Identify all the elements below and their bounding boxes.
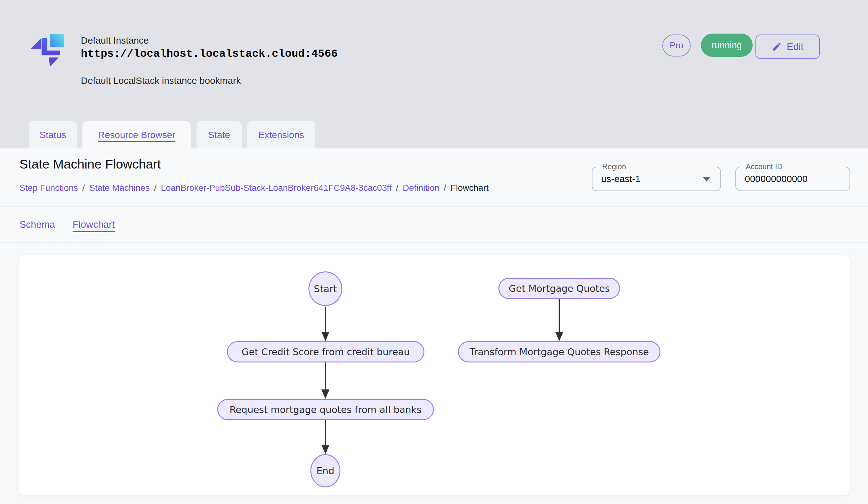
edit-button[interactable]: Edit	[755, 34, 820, 59]
arrowhead-icon	[555, 332, 563, 341]
status-badge: running	[701, 33, 753, 57]
localstack-app: Default Instance https://localhost.local…	[0, 0, 868, 504]
arrowhead-icon	[321, 390, 329, 399]
flow-node-end-label: End	[316, 465, 334, 476]
tab-resource-browser[interactable]: Resource Browser	[82, 121, 191, 149]
edge-credit-to-request	[325, 362, 326, 390]
flowchart-canvas: Start Get Credit Score from credit burea…	[18, 255, 850, 495]
breadcrumb: Step Functions / State Machines / LoanBr…	[19, 183, 489, 193]
region-select-value: us-east-1	[601, 173, 640, 184]
tab-resource-browser-label: Resource Browser	[98, 130, 176, 140]
flow-node-request-quotes: Request mortgage quotes from all banks	[217, 399, 434, 420]
flow-node-get-credit-score-label: Get Credit Score from credit bureau	[242, 346, 410, 357]
flow-node-get-credit-score: Get Credit Score from credit bureau	[227, 341, 424, 362]
flow-node-get-mortgage-quotes: Get Mortgage Quotes	[498, 278, 620, 299]
edit-button-label: Edit	[787, 41, 804, 52]
arrowhead-icon	[321, 332, 329, 341]
account-id-field: Account ID	[735, 167, 850, 191]
flow-node-start-label: Start	[314, 283, 337, 294]
arrowhead-icon	[321, 445, 329, 454]
region-select-label: Region	[599, 162, 629, 171]
instance-description: Default LocalStack instance bookmark	[81, 75, 241, 86]
region-select[interactable]: Region us-east-1	[592, 167, 721, 191]
status-badge-label: running	[712, 40, 742, 51]
breadcrumb-state-machine-name[interactable]: LoanBroker-PubSub-Stack-LoanBroker641FC9…	[161, 183, 392, 193]
edge-start-to-credit	[325, 306, 326, 332]
account-id-input[interactable]	[745, 167, 842, 191]
edge-request-to-end	[325, 420, 326, 445]
edge-mortgage-to-transform	[559, 299, 560, 332]
breadcrumb-separator: /	[444, 183, 446, 193]
localstack-logo	[30, 34, 65, 69]
tab-extensions[interactable]: Extensions	[247, 121, 315, 149]
breadcrumb-flowchart: Flowchart	[451, 183, 488, 193]
tab-status[interactable]: Status	[29, 121, 77, 149]
pro-badge-label: Pro	[670, 40, 683, 51]
breadcrumb-separator: /	[82, 183, 85, 193]
main-tab-bar: Status Resource Browser State Extensions	[29, 121, 315, 149]
subtab-schema[interactable]: Schema	[19, 219, 55, 230]
pencil-icon	[772, 42, 782, 52]
flow-node-transform-response: Transform Mortgage Quotes Response	[458, 341, 661, 362]
definition-subtab-bar: Schema Flowchart	[19, 219, 115, 230]
breadcrumb-step-functions[interactable]: Step Functions	[19, 183, 78, 193]
breadcrumb-separator: /	[396, 183, 399, 193]
flow-node-end: End	[310, 454, 340, 487]
subtab-divider	[0, 242, 868, 243]
breadcrumb-definition[interactable]: Definition	[403, 183, 440, 193]
page-title: State Machine Flowchart	[19, 157, 161, 172]
flow-node-transform-response-label: Transform Mortgage Quotes Response	[469, 346, 649, 357]
tab-status-label: Status	[40, 130, 66, 140]
breadcrumb-separator: /	[154, 183, 157, 193]
header-divider	[0, 206, 868, 206]
pro-badge: Pro	[662, 34, 691, 57]
flow-node-request-quotes-label: Request mortgage quotes from all banks	[229, 404, 422, 415]
tab-extensions-label: Extensions	[258, 130, 304, 140]
chevron-down-icon	[703, 177, 710, 182]
subtab-flowchart[interactable]: Flowchart	[73, 219, 115, 230]
tab-state-label: State	[208, 130, 230, 140]
breadcrumb-state-machines[interactable]: State Machines	[89, 183, 150, 193]
flow-node-get-mortgage-quotes-label: Get Mortgage Quotes	[509, 283, 610, 294]
instance-url: https://localhost.localstack.cloud:4566	[81, 48, 338, 60]
flow-node-start: Start	[309, 271, 342, 306]
tab-state[interactable]: State	[197, 121, 242, 149]
instance-name: Default Instance	[81, 35, 149, 46]
